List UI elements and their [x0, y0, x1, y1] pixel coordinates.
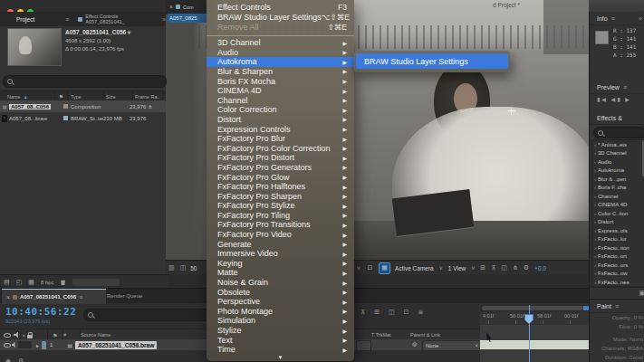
column-name[interactable]: Name: [7, 94, 21, 100]
menu-item-simulation[interactable]: Simulation▶: [207, 316, 354, 326]
view-layout-dropdown[interactable]: 1 View: [448, 265, 466, 272]
menu-item-fxfactory-pro-color-correction[interactable]: FxFactory Pro Color Correction▶: [207, 143, 354, 153]
menu-item-obsolete[interactable]: Obsolete▶: [207, 287, 354, 297]
menu-item-perspective[interactable]: Perspective▶: [207, 297, 354, 307]
more-tabs-icon[interactable]: »: [162, 16, 166, 23]
column-frame-rate[interactable]: Frame Ra..: [133, 94, 166, 100]
project-bit-depth[interactable]: 8 bpc: [41, 280, 54, 285]
column-size[interactable]: Size: [104, 94, 132, 100]
tab-project[interactable]: Project: [0, 16, 40, 23]
composition-mini-flowchart-icon[interactable]: ⊼: [360, 309, 365, 316]
menu-item-fxfactory-pro-distort[interactable]: FxFactory Pro Distort▶: [207, 153, 354, 163]
info-panel-header[interactable]: Info ≡ »: [590, 12, 644, 25]
menu-item-fxfactory-pro-tiling[interactable]: FxFactory Pro Tiling▶: [207, 211, 354, 221]
preview-transport-controls[interactable]: ▮◀ ◀▮ ▶: [597, 96, 631, 102]
menu-item-keying[interactable]: Keying▶: [207, 259, 354, 269]
menu-item-boris-fx-mocha[interactable]: Boris FX Mocha▶: [207, 76, 354, 86]
close-icon[interactable]: ×: [169, 4, 173, 10]
effects-list-item[interactable]: ›FxFacto..tion: [592, 243, 644, 252]
label-color-swatch[interactable]: [63, 116, 68, 120]
layer-audio-icon[interactable]: [12, 342, 16, 348]
expand-inout-icon[interactable]: ⚙: [18, 357, 24, 362]
effects-search-input[interactable]: [605, 129, 644, 138]
video-visibility-column-icon[interactable]: [4, 332, 11, 338]
audio-column-icon[interactable]: [14, 332, 20, 338]
panel-menu-icon[interactable]: ≡: [79, 294, 82, 300]
selected-item-name[interactable]: A057_08251041_C056 ▾: [65, 29, 130, 35]
menu-item-channel[interactable]: Channel▶: [207, 95, 354, 105]
exposure-offset[interactable]: +0.0: [534, 265, 546, 272]
effects-search-field[interactable]: [593, 127, 644, 138]
menu-scroll-more-icon[interactable]: ▼: [207, 354, 354, 361]
menu-item-3d-channel[interactable]: 3D Channel▶: [207, 38, 354, 48]
monitor-icon[interactable]: ▥: [168, 264, 175, 272]
timeline-search-field[interactable]: [83, 309, 210, 321]
menu-item-autokroma[interactable]: Autokroma▶: [207, 57, 354, 67]
trash-icon[interactable]: [61, 279, 66, 285]
menu-item-matte[interactable]: Matte▶: [207, 268, 354, 278]
frame-blending-icon[interactable]: ⊡: [404, 309, 409, 316]
expand-transfer-icon[interactable]: ◉: [5, 357, 11, 362]
layer-switches[interactable]: [18, 341, 32, 348]
effects-list-item[interactable]: ›* Anima..ets: [592, 140, 644, 149]
menu-item-text[interactable]: Text▶: [207, 335, 354, 345]
layer-duration-bar[interactable]: [480, 340, 589, 349]
tab-effect-controls[interactable]: Effect Controls A057_08251041_ »: [78, 14, 166, 24]
lock-column-icon[interactable]: [27, 335, 33, 338]
zoom-level[interactable]: 50: [190, 265, 197, 272]
menu-item-immersive-video[interactable]: Immersive Video▶: [207, 249, 354, 259]
effects-list-item[interactable]: ›FxFacto..ort: [592, 252, 644, 262]
menu-item-photo-montage[interactable]: Photo Montage▶: [207, 307, 354, 317]
draft-3d-icon[interactable]: ⊞: [374, 309, 380, 316]
menu-item-effect-controls[interactable]: Effect ControlsF3: [207, 2, 354, 12]
menu-item-fxfactory-pro-transitions[interactable]: FxFactory Pro Transitions▶: [207, 220, 354, 230]
menu-item-color-correction[interactable]: Color Correction▶: [207, 105, 354, 115]
snapshot-icon[interactable]: ◫: [180, 264, 187, 272]
exposure-gear-icon[interactable]: ⚙: [524, 264, 529, 272]
parent-link-dropdown[interactable]: None ˅: [422, 340, 482, 351]
menu-item-fxfactory-pro-video[interactable]: FxFactory Pro Video▶: [207, 230, 354, 240]
transparency-grid-icon[interactable]: ▦: [379, 262, 390, 274]
current-timecode[interactable]: 10:40:56:22: [5, 306, 76, 318]
effects-list-item[interactable]: ›Autokroma: [592, 167, 644, 176]
time-ruler[interactable]: 4:01f56:01f58:01f00:01f: [480, 311, 589, 326]
menu-item-blur-sharpen[interactable]: Blur & Sharpen▶: [207, 67, 354, 77]
menu-item-audio[interactable]: Audio▶: [207, 47, 354, 57]
twirl-open-icon[interactable]: ▸: [36, 342, 39, 348]
effects-list-item[interactable]: ›3D Channel: [592, 149, 644, 158]
effects-list-item[interactable]: ›Blur & ..pen: [592, 175, 644, 184]
effects-list-item[interactable]: ›CINEMA 4D: [592, 201, 644, 210]
project-row-composition[interactable]: ▦ A057_08..C056 Composition 23,976⋔: [0, 100, 166, 112]
menu-item-generate[interactable]: Generate▶: [207, 239, 354, 249]
panel-menu-icon[interactable]: ≡: [615, 303, 619, 310]
menu-item-fxfactory-pro-blur[interactable]: FxFactory Pro Blur▶: [207, 134, 354, 144]
menu-item-cinema-4d[interactable]: CINEMA 4D▶: [207, 86, 354, 96]
mode-dropdown-fragment[interactable]: [356, 340, 371, 351]
new-composition-icon[interactable]: ▦: [28, 279, 34, 286]
region-of-interest-icon[interactable]: ⊡: [365, 263, 375, 273]
effects-list-item[interactable]: ›Color C..tion: [592, 209, 644, 218]
close-icon[interactable]: ×: [6, 294, 10, 300]
effects-list-item[interactable]: ›Boris F..cha: [592, 184, 644, 193]
new-preset-icon[interactable]: ▣: [639, 290, 644, 297]
composition-name-chip[interactable]: A057_0825: [168, 14, 211, 23]
timeline-button-icon[interactable]: ◫: [501, 264, 507, 272]
panel-menu-icon[interactable]: ≡: [611, 15, 615, 22]
label-flag-icon[interactable]: ⚑: [53, 333, 57, 338]
menu-item-fxfactory-pro-generators[interactable]: FxFactory Pro Generators▶: [207, 163, 354, 173]
menu-item-noise-grain[interactable]: Noise & Grain▶: [207, 278, 354, 288]
project-search-input[interactable]: [14, 77, 145, 86]
effects-list-item[interactable]: ›Channel: [592, 192, 644, 201]
project-row-braw-footage[interactable]: ! A057_08...braw BRAW_St..ter 230 MB 23,…: [0, 112, 166, 124]
active-camera-dropdown[interactable]: Active Camera: [395, 265, 434, 272]
menu-item-fxfactory-pro-stylize[interactable]: FxFactory Pro Stylize▶: [207, 201, 354, 211]
project-search-field[interactable]: [3, 75, 167, 88]
motion-blur-icon[interactable]: ≣: [418, 309, 424, 316]
work-area-bar[interactable]: [480, 305, 589, 311]
fast-previews-icon[interactable]: ⊼: [491, 264, 495, 272]
submenu-item-braw-studio-layer-settings[interactable]: BRAW Studio Layer Settings: [356, 53, 508, 69]
effects-list-item[interactable]: ›FxFacto..ow: [592, 270, 644, 279]
effects-list-item[interactable]: ›FxFacto..lur: [592, 235, 644, 244]
effects-list-item[interactable]: ›Express..ols: [592, 226, 644, 235]
chevron-down-icon[interactable]: ˅: [471, 265, 475, 272]
